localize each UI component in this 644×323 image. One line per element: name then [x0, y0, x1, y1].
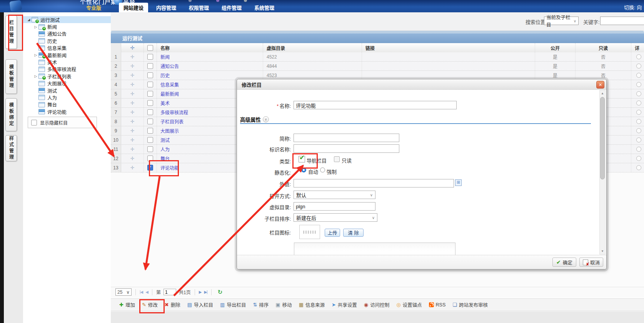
row-detail-icon[interactable] [636, 100, 641, 105]
tree-item[interactable]: 多级审核流程 [23, 66, 111, 73]
tree-item[interactable]: 大图展示 [23, 80, 111, 87]
tree-item[interactable]: ▷ 子栏目列表 [23, 73, 111, 80]
row-detail-icon[interactable] [636, 110, 641, 115]
row-detail-icon[interactable] [636, 165, 641, 170]
top-nav-tab[interactable]: 内容管理 [152, 3, 181, 12]
row-detail-icon[interactable] [636, 147, 641, 152]
row-name-link[interactable]: 多级审核流程 [160, 109, 188, 115]
row-detail-icon[interactable] [636, 73, 641, 78]
virtual-dir-input[interactable] [294, 202, 375, 211]
row-detail-icon[interactable] [636, 64, 641, 69]
toolbar-button[interactable]: ◎ 设置锚点 [396, 301, 422, 308]
scroll-down-icon[interactable]: ▼ [600, 248, 605, 254]
tree-item[interactable]: 通知公告 [23, 30, 111, 37]
row-name-link[interactable]: 评论功能 [160, 164, 179, 171]
toolbar-button[interactable]: ✎ 修改 [142, 301, 158, 308]
drag-handle-icon[interactable]: ✛ [130, 165, 135, 171]
next-page-button[interactable]: ▶ [199, 290, 202, 294]
tree-item[interactable]: ▷ 最新新闻 [23, 52, 111, 59]
readonly-checkbox[interactable] [334, 156, 340, 162]
row-checkbox[interactable] [147, 72, 153, 78]
tree-item[interactable]: 舞台 [23, 101, 111, 108]
row-detail-icon[interactable] [636, 54, 641, 59]
dialog-scrollbar[interactable]: ▲ ▼ [599, 90, 606, 254]
drag-handle-icon[interactable]: ✛ [130, 54, 135, 60]
toolbar-button[interactable]: ▥ 导出栏目 [220, 301, 246, 308]
upload-button[interactable]: 上传 [325, 229, 340, 237]
switch-site-label[interactable]: 切换: 向 [624, 3, 642, 11]
drag-handle-icon[interactable]: ✛ [130, 91, 135, 97]
collapse-chevron-icon[interactable]: ∨ [263, 116, 269, 122]
search-position-select[interactable]: 当前及子栏目 ∨ [544, 17, 579, 25]
toolbar-button[interactable]: ➤ 共享设置 [332, 301, 357, 308]
row-name-link[interactable]: 通知公告 [160, 63, 179, 69]
top-nav-tab[interactable]: 系统管理 [250, 3, 279, 12]
row-checkbox[interactable] [147, 109, 153, 115]
toolbar-button[interactable]: ▣ 移动 [275, 301, 292, 308]
row-name-link[interactable]: 舞台 [160, 155, 170, 162]
toolbar-button[interactable]: ▦ 信息来源 [299, 301, 325, 308]
row-name-link[interactable]: 美术 [160, 100, 170, 106]
toolbar-button[interactable]: ◉ 访问控制 [364, 301, 389, 308]
tree-item[interactable]: 人为 [23, 94, 111, 101]
tree-item[interactable]: 美术 [23, 59, 111, 65]
side-tab[interactable]: 模板绑定 [5, 98, 17, 131]
drag-handle-icon[interactable]: ✛ [130, 128, 135, 134]
row-name-link[interactable]: 大图展示 [160, 127, 179, 134]
tree-expander-icon[interactable]: ▷ [33, 74, 38, 78]
ident-name-input[interactable] [294, 144, 399, 153]
prev-page-button[interactable]: ◀ [145, 290, 148, 294]
drag-handle-icon[interactable]: ✛ [130, 137, 135, 143]
drag-handle-icon[interactable]: ✛ [130, 63, 135, 69]
row-name-link[interactable]: 测试 [160, 137, 170, 143]
row-checkbox[interactable] [147, 63, 153, 69]
short-name-input[interactable] [294, 134, 399, 142]
row-detail-icon[interactable] [636, 91, 641, 96]
select-all-checkbox[interactable] [147, 45, 153, 51]
row-detail-icon[interactable] [636, 137, 641, 142]
refresh-icon[interactable]: ↻ [218, 289, 223, 296]
last-page-button[interactable]: ▶| [204, 290, 207, 294]
show-hidden-checkbox[interactable] [31, 120, 37, 126]
first-page-button[interactable]: |◀ [140, 290, 143, 294]
top-nav-tab[interactable]: 权限管理 [184, 3, 214, 12]
row-name-link[interactable]: 信息采集 [160, 81, 179, 88]
close-icon[interactable]: ✕ [596, 81, 604, 89]
tree-item[interactable]: 测试 [23, 87, 111, 94]
row-checkbox[interactable] [147, 91, 153, 97]
tree-item[interactable]: 评论功能 [23, 108, 111, 115]
toolbar-button[interactable]: ✚ 增加 [119, 301, 135, 308]
side-tab[interactable]: 模板管理 [5, 59, 17, 94]
static-force-radio[interactable] [320, 167, 325, 172]
static-auto-radio[interactable] [301, 167, 306, 172]
tree-expander-icon[interactable]: ▷ [33, 53, 38, 57]
scroll-up-icon[interactable]: ▲ [600, 90, 605, 96]
tree-item[interactable]: 历史 [23, 37, 111, 44]
side-tab[interactable]: 栏目管理 [5, 15, 17, 49]
toolbar-button[interactable]: ❏ 跨站发布审核 [452, 301, 488, 308]
row-name-link[interactable]: 最新新闻 [160, 90, 179, 97]
row-checkbox[interactable] [147, 137, 153, 143]
open-mode-select[interactable]: 默认 ∨ [294, 191, 375, 199]
cancel-button[interactable]: 取消 [579, 258, 603, 267]
drag-handle-icon[interactable]: ✛ [130, 72, 135, 78]
row-name-link[interactable]: 人为 [160, 146, 170, 152]
drag-handle-icon[interactable]: ✛ [130, 100, 135, 106]
row-checkbox[interactable] [147, 54, 153, 60]
toolbar-button[interactable]: RSS [429, 302, 446, 308]
drag-handle-icon[interactable]: ✛ [130, 109, 135, 115]
row-name-link[interactable]: 新闻 [160, 54, 170, 60]
ok-button[interactable]: ✔ 确定 [552, 258, 576, 267]
side-tab[interactable]: 样式管理 [5, 135, 17, 161]
tree-item[interactable]: ▷ 新闻 [23, 23, 111, 30]
row-detail-icon[interactable] [636, 156, 641, 161]
drag-handle-icon[interactable]: ✛ [130, 119, 135, 124]
top-nav-tab[interactable]: 组件管理 [217, 3, 246, 12]
tree-item[interactable]: ◢ 运行测试 [23, 16, 111, 23]
keyword-input[interactable] [600, 17, 644, 25]
clear-button[interactable]: 清 除 [343, 229, 364, 237]
table-row[interactable]: 2 ✛ 通知公告 4844 是 否 [111, 62, 644, 71]
row-checkbox[interactable] [147, 100, 153, 106]
row-checkbox[interactable] [147, 165, 153, 171]
external-link-input[interactable] [294, 179, 454, 187]
